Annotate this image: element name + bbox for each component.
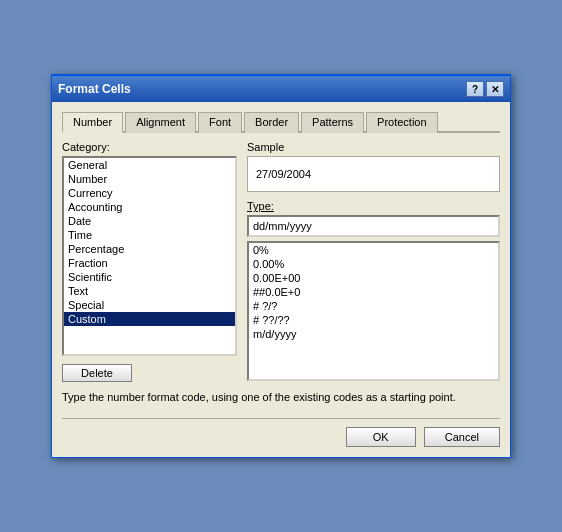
- dialog-body: Number Alignment Font Border Patterns Pr…: [52, 102, 510, 456]
- tab-patterns[interactable]: Patterns: [301, 112, 364, 133]
- close-button[interactable]: ✕: [486, 81, 504, 97]
- list-item[interactable]: Fraction: [64, 256, 235, 270]
- cancel-button[interactable]: Cancel: [424, 427, 500, 447]
- list-item[interactable]: 0%: [249, 243, 498, 257]
- delete-button[interactable]: Delete: [62, 364, 132, 382]
- list-item[interactable]: Scientific: [64, 270, 235, 284]
- type-label-text: Type:: [247, 200, 274, 212]
- help-button[interactable]: ?: [466, 81, 484, 97]
- list-item-custom[interactable]: Custom: [64, 312, 235, 326]
- tab-border[interactable]: Border: [244, 112, 299, 133]
- list-item[interactable]: Percentage: [64, 242, 235, 256]
- list-item[interactable]: Date: [64, 214, 235, 228]
- category-listbox[interactable]: General Number Currency Accounting Date …: [62, 156, 237, 356]
- format-cells-dialog: Format Cells ? ✕ Number Alignment Font B…: [51, 74, 511, 457]
- type-input[interactable]: [247, 215, 500, 237]
- list-item[interactable]: ##0.0E+0: [249, 285, 498, 299]
- list-item[interactable]: 0.00E+00: [249, 271, 498, 285]
- list-item[interactable]: # ?/?: [249, 299, 498, 313]
- tab-bar: Number Alignment Font Border Patterns Pr…: [62, 110, 500, 133]
- right-panel: Sample 27/09/2004 Type: 0% 0.00% 0.00E+0…: [247, 141, 500, 382]
- list-item[interactable]: Special: [64, 298, 235, 312]
- type-listbox[interactable]: 0% 0.00% 0.00E+00 ##0.0E+0 # ?/? # ??/??…: [247, 241, 500, 381]
- tab-content: Category: General Number Currency Accoun…: [62, 141, 500, 382]
- sample-label: Sample: [247, 141, 500, 153]
- list-item[interactable]: Time: [64, 228, 235, 242]
- left-panel: Category: General Number Currency Accoun…: [62, 141, 237, 382]
- title-bar: Format Cells ? ✕: [52, 76, 510, 102]
- tab-font[interactable]: Font: [198, 112, 242, 133]
- list-item[interactable]: Currency: [64, 186, 235, 200]
- list-item[interactable]: Accounting: [64, 200, 235, 214]
- list-item[interactable]: 0.00%: [249, 257, 498, 271]
- list-item[interactable]: Number: [64, 172, 235, 186]
- sample-value: 27/09/2004: [256, 168, 311, 180]
- ok-button[interactable]: OK: [346, 427, 416, 447]
- tab-protection[interactable]: Protection: [366, 112, 438, 133]
- list-item[interactable]: # ??/??: [249, 313, 498, 327]
- type-label: Type:: [247, 200, 500, 212]
- category-label: Category:: [62, 141, 237, 153]
- title-bar-buttons: ? ✕: [466, 81, 504, 97]
- list-item[interactable]: General: [64, 158, 235, 172]
- description-text: Type the number format code, using one o…: [62, 390, 500, 405]
- dialog-title: Format Cells: [58, 82, 131, 96]
- list-item[interactable]: Text: [64, 284, 235, 298]
- bottom-buttons: OK Cancel: [62, 418, 500, 447]
- tab-alignment[interactable]: Alignment: [125, 112, 196, 133]
- list-item[interactable]: m/d/yyyy: [249, 327, 498, 341]
- tab-number[interactable]: Number: [62, 112, 123, 133]
- sample-box: 27/09/2004: [247, 156, 500, 192]
